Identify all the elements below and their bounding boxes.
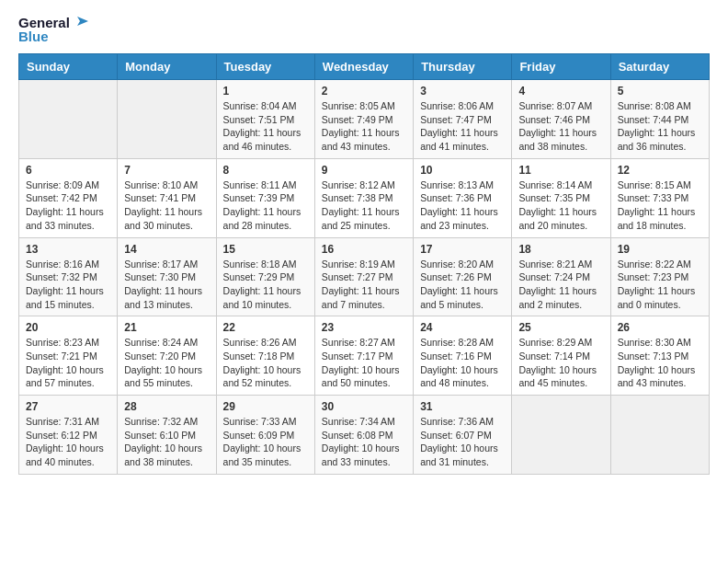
day-number: 4 [518, 85, 603, 98]
day-info: Sunrise: 8:23 AMSunset: 7:21 PMDaylight:… [26, 336, 110, 390]
calendar-cell: 18Sunrise: 8:21 AMSunset: 7:24 PMDayligh… [512, 237, 610, 316]
calendar-cell: 29Sunrise: 7:33 AMSunset: 6:09 PMDayligh… [216, 396, 314, 475]
day-number: 3 [420, 85, 505, 98]
day-number: 24 [420, 321, 505, 334]
day-info: Sunrise: 8:07 AMSunset: 7:46 PMDaylight:… [518, 99, 603, 154]
day-number: 2 [322, 85, 406, 98]
day-info: Sunrise: 7:31 AMSunset: 6:12 PMDaylight:… [26, 415, 110, 469]
day-info: Sunrise: 8:06 AMSunset: 7:47 PMDaylight:… [420, 99, 505, 154]
day-info: Sunrise: 8:14 AMSunset: 7:35 PMDaylight:… [518, 178, 603, 233]
calendar-cell: 26Sunrise: 8:30 AMSunset: 7:13 PMDayligh… [610, 316, 709, 396]
day-info: Sunrise: 7:33 AMSunset: 6:09 PMDaylight:… [223, 415, 308, 469]
page-container: General Blue SundayMondayTuesdayWednesda… [0, 0, 728, 493]
day-info: Sunrise: 8:12 AMSunset: 7:38 PMDaylight:… [322, 178, 406, 233]
calendar-cell: 7Sunrise: 8:10 AMSunset: 7:41 PMDaylight… [118, 158, 216, 237]
day-number: 31 [420, 400, 505, 413]
calendar-cell: 2Sunrise: 8:05 AMSunset: 7:49 PMDaylight… [314, 80, 413, 159]
weekday-header-saturday: Saturday [610, 54, 709, 80]
calendar-cell: 19Sunrise: 8:22 AMSunset: 7:23 PMDayligh… [610, 237, 709, 316]
calendar-cell [610, 396, 709, 475]
calendar-cell: 10Sunrise: 8:13 AMSunset: 7:36 PMDayligh… [414, 158, 512, 237]
calendar-cell: 20Sunrise: 8:23 AMSunset: 7:21 PMDayligh… [19, 316, 118, 396]
header: General Blue [18, 15, 710, 44]
day-number: 12 [618, 164, 702, 177]
day-info: Sunrise: 8:17 AMSunset: 7:30 PMDaylight:… [124, 258, 209, 312]
day-info: Sunrise: 8:04 AMSunset: 7:51 PMDaylight:… [223, 99, 308, 154]
day-number: 23 [322, 321, 406, 334]
calendar-cell: 25Sunrise: 8:29 AMSunset: 7:14 PMDayligh… [512, 316, 610, 396]
calendar-week-row: 27Sunrise: 7:31 AMSunset: 6:12 PMDayligh… [19, 396, 710, 475]
logo: General Blue [18, 15, 88, 44]
day-info: Sunrise: 7:32 AMSunset: 6:10 PMDaylight:… [124, 415, 209, 469]
logo-text-block: General Blue [18, 15, 88, 44]
day-number: 15 [223, 243, 308, 256]
calendar-cell: 6Sunrise: 8:09 AMSunset: 7:42 PMDaylight… [19, 158, 118, 237]
calendar-cell: 1Sunrise: 8:04 AMSunset: 7:51 PMDaylight… [216, 80, 314, 159]
day-number: 21 [124, 321, 209, 334]
day-info: Sunrise: 8:19 AMSunset: 7:27 PMDaylight:… [322, 258, 406, 312]
calendar-cell: 31Sunrise: 7:36 AMSunset: 6:07 PMDayligh… [414, 396, 512, 475]
day-info: Sunrise: 8:11 AMSunset: 7:39 PMDaylight:… [223, 178, 308, 233]
weekday-header-wednesday: Wednesday [314, 54, 413, 80]
logo-bird-icon [72, 17, 88, 29]
day-number: 1 [223, 85, 308, 98]
calendar-cell: 8Sunrise: 8:11 AMSunset: 7:39 PMDaylight… [216, 158, 314, 237]
day-number: 13 [26, 243, 110, 256]
day-number: 29 [223, 400, 308, 413]
calendar-week-row: 1Sunrise: 8:04 AMSunset: 7:51 PMDaylight… [19, 80, 710, 159]
day-number: 19 [618, 243, 702, 256]
day-number: 10 [420, 164, 505, 177]
day-number: 7 [124, 164, 209, 177]
day-info: Sunrise: 8:21 AMSunset: 7:24 PMDaylight:… [518, 258, 603, 312]
day-number: 11 [518, 164, 603, 177]
calendar-cell: 17Sunrise: 8:20 AMSunset: 7:26 PMDayligh… [414, 237, 512, 316]
day-number: 17 [420, 243, 505, 256]
calendar-week-row: 6Sunrise: 8:09 AMSunset: 7:42 PMDaylight… [19, 158, 710, 237]
weekday-header-friday: Friday [512, 54, 610, 80]
day-number: 30 [322, 400, 406, 413]
day-info: Sunrise: 8:15 AMSunset: 7:33 PMDaylight:… [618, 178, 702, 233]
calendar-cell: 3Sunrise: 8:06 AMSunset: 7:47 PMDaylight… [414, 80, 512, 159]
day-info: Sunrise: 8:09 AMSunset: 7:42 PMDaylight:… [26, 178, 110, 233]
weekday-header-row: SundayMondayTuesdayWednesdayThursdayFrid… [19, 54, 710, 80]
day-info: Sunrise: 8:28 AMSunset: 7:16 PMDaylight:… [420, 336, 505, 390]
calendar-cell: 4Sunrise: 8:07 AMSunset: 7:46 PMDaylight… [512, 80, 610, 159]
calendar-cell: 28Sunrise: 7:32 AMSunset: 6:10 PMDayligh… [118, 396, 216, 475]
calendar-cell: 15Sunrise: 8:18 AMSunset: 7:29 PMDayligh… [216, 237, 314, 316]
day-number: 27 [26, 400, 110, 413]
day-number: 6 [26, 164, 110, 177]
logo-blue: Blue [18, 29, 49, 44]
day-number: 25 [518, 321, 603, 334]
day-number: 9 [322, 164, 406, 177]
day-info: Sunrise: 8:22 AMSunset: 7:23 PMDaylight:… [618, 258, 702, 312]
day-number: 28 [124, 400, 209, 413]
weekday-header-monday: Monday [118, 54, 216, 80]
day-info: Sunrise: 8:18 AMSunset: 7:29 PMDaylight:… [223, 258, 308, 312]
day-info: Sunrise: 7:34 AMSunset: 6:08 PMDaylight:… [322, 415, 406, 469]
day-info: Sunrise: 8:29 AMSunset: 7:14 PMDaylight:… [518, 336, 603, 390]
day-number: 16 [322, 243, 406, 256]
day-info: Sunrise: 8:08 AMSunset: 7:44 PMDaylight:… [618, 99, 702, 154]
day-number: 8 [223, 164, 308, 177]
day-number: 20 [26, 321, 110, 334]
calendar-cell: 16Sunrise: 8:19 AMSunset: 7:27 PMDayligh… [314, 237, 413, 316]
calendar-cell: 5Sunrise: 8:08 AMSunset: 7:44 PMDaylight… [610, 80, 709, 159]
day-number: 14 [124, 243, 209, 256]
weekday-header-thursday: Thursday [414, 54, 512, 80]
calendar-week-row: 20Sunrise: 8:23 AMSunset: 7:21 PMDayligh… [19, 316, 710, 396]
day-number: 22 [223, 321, 308, 334]
day-info: Sunrise: 8:27 AMSunset: 7:17 PMDaylight:… [322, 336, 406, 390]
day-info: Sunrise: 8:30 AMSunset: 7:13 PMDaylight:… [618, 336, 702, 390]
svg-marker-0 [77, 17, 88, 26]
calendar-cell: 22Sunrise: 8:26 AMSunset: 7:18 PMDayligh… [216, 316, 314, 396]
calendar-cell: 13Sunrise: 8:16 AMSunset: 7:32 PMDayligh… [19, 237, 118, 316]
day-number: 26 [618, 321, 702, 334]
calendar-week-row: 13Sunrise: 8:16 AMSunset: 7:32 PMDayligh… [19, 237, 710, 316]
weekday-header-sunday: Sunday [19, 54, 118, 80]
calendar-cell [19, 80, 118, 159]
calendar-cell [118, 80, 216, 159]
calendar-cell: 24Sunrise: 8:28 AMSunset: 7:16 PMDayligh… [414, 316, 512, 396]
day-info: Sunrise: 8:13 AMSunset: 7:36 PMDaylight:… [420, 178, 505, 233]
weekday-header-tuesday: Tuesday [216, 54, 314, 80]
calendar-cell: 21Sunrise: 8:24 AMSunset: 7:20 PMDayligh… [118, 316, 216, 396]
